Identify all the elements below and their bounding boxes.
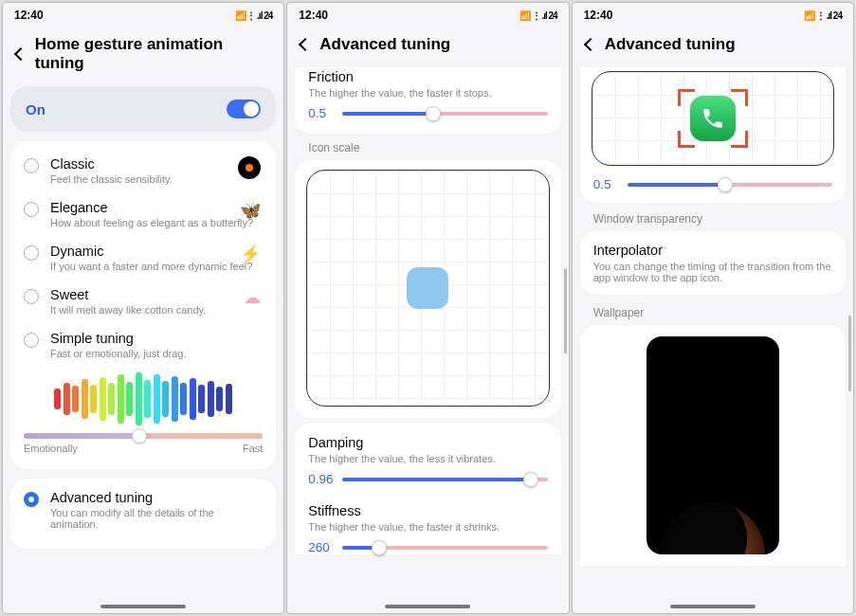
stiffness-label: Stiffness xyxy=(295,496,560,518)
option-desc: How about feeling as elegant as a butter… xyxy=(50,217,263,228)
slider-thumb[interactable] xyxy=(132,428,147,444)
window-preview xyxy=(592,71,834,166)
master-toggle-switch[interactable] xyxy=(227,100,261,118)
content-area: Friction The higher the value, the faste… xyxy=(287,67,568,613)
friction-label: Friction xyxy=(295,69,560,84)
friction-value: 0.5 xyxy=(308,106,335,120)
status-bar: 12:40 📶 ⋮ .ıl 24 xyxy=(287,3,568,26)
crop-corner-icon xyxy=(678,131,695,148)
preset-options-card: Classic Feel the classic sensibility. El… xyxy=(10,141,276,469)
slider-thumb[interactable] xyxy=(523,472,538,487)
radio-advanced[interactable] xyxy=(24,492,39,507)
back-icon[interactable] xyxy=(584,38,597,51)
screen-advanced-tuning-2: 12:40 📶 ⋮ .ıl 24 Advanced tuning 0.5 xyxy=(572,2,854,614)
option-classic[interactable]: Classic Feel the classic sensibility. xyxy=(10,145,276,189)
friction-desc: The higher the value, the faster it stop… xyxy=(295,87,560,106)
gesture-bar[interactable] xyxy=(100,605,186,608)
page-title: Home gesture animation tuning xyxy=(35,35,271,73)
slider-label-left: Emotionally xyxy=(24,443,78,454)
status-indicators: 📶 ⋮ .ıl 24 xyxy=(519,10,557,21)
status-time: 12:40 xyxy=(584,9,613,22)
damping-desc: The higher the value, the less it vibrat… xyxy=(295,453,560,472)
slider-thumb[interactable] xyxy=(426,106,441,121)
option-label: Elegance xyxy=(50,200,263,215)
equalizer-visual xyxy=(24,371,263,427)
option-label: Simple tuning xyxy=(50,331,263,346)
icon-scale-card xyxy=(295,160,560,418)
icon-scale-preview xyxy=(306,170,549,407)
crop-corner-icon xyxy=(678,89,695,106)
wallpaper-card xyxy=(580,325,846,566)
page-title: Advanced tuning xyxy=(319,35,450,54)
preview-app-icon xyxy=(407,267,448,309)
slider-label-right: Fast xyxy=(243,443,263,454)
option-desc: If you want a faster and more dynamic fe… xyxy=(50,261,263,272)
friction-slider[interactable] xyxy=(342,112,547,116)
slider-thumb[interactable] xyxy=(718,177,733,192)
butterfly-icon: 🦋 xyxy=(240,200,261,221)
title-bar: Advanced tuning xyxy=(573,26,853,67)
damping-slider[interactable] xyxy=(342,478,547,481)
content-area: On Classic Feel the classic sensibility.… xyxy=(3,86,283,613)
top-slider[interactable] xyxy=(628,183,832,187)
option-simple-tuning[interactable]: Simple tuning Fast or emotionally, just … xyxy=(10,319,276,363)
option-label: Classic xyxy=(50,156,263,172)
status-bar: 12:40 📶 ⋮ .ıl 24 xyxy=(3,3,283,26)
screen-advanced-tuning-1: 12:40 📶 ⋮ .ıl 24 Advanced tuning Frictio… xyxy=(286,2,569,614)
status-indicators: 📶 ⋮ .ıl 24 xyxy=(235,10,273,21)
page-title: Advanced tuning xyxy=(605,35,736,54)
damping-value: 0.96 xyxy=(308,472,335,486)
option-sweet[interactable]: Sweet It will melt away like cotton cand… xyxy=(10,276,276,319)
on-label: On xyxy=(26,101,46,118)
option-dynamic[interactable]: Dynamic If you want a faster and more dy… xyxy=(10,232,276,276)
crop-corner-icon xyxy=(731,131,748,148)
wallpaper-header: Wallpaper xyxy=(580,299,846,325)
status-time: 12:40 xyxy=(299,9,328,22)
damping-label: Damping xyxy=(295,435,560,450)
option-desc: Feel the classic sensibility. xyxy=(50,173,263,185)
gesture-bar[interactable] xyxy=(670,605,756,608)
preview-card-top: 0.5 xyxy=(580,67,846,203)
radio-classic[interactable] xyxy=(24,158,39,173)
master-toggle-card[interactable]: On xyxy=(10,86,276,132)
friction-section: Friction The higher the value, the faste… xyxy=(295,67,560,134)
radio-sweet[interactable] xyxy=(24,289,39,304)
damping-stiffness-section: Damping The higher the value, the less i… xyxy=(295,424,560,554)
slider-labels: Emotionally Fast xyxy=(10,443,276,460)
stiffness-desc: The higher the value, the faster it shri… xyxy=(295,521,560,540)
moon-graphic xyxy=(661,502,765,554)
slider-thumb[interactable] xyxy=(372,540,387,555)
interpolator-item[interactable]: Interpolator You can change the timing o… xyxy=(580,231,846,295)
status-time: 12:40 xyxy=(14,9,44,22)
screen-home-gesture-tuning: 12:40 📶 ⋮ .ıl 24 Home gesture animation … xyxy=(2,2,284,614)
wallpaper-preview xyxy=(647,336,779,554)
interpolator-title: Interpolator xyxy=(593,243,832,258)
crop-corner-icon xyxy=(731,89,748,106)
simple-tuning-slider[interactable] xyxy=(24,433,263,439)
scrollbar[interactable] xyxy=(848,316,851,391)
phone-app-icon xyxy=(690,96,736,141)
radio-simple[interactable] xyxy=(24,333,39,348)
back-icon[interactable] xyxy=(14,47,27,61)
title-bar: Home gesture animation tuning xyxy=(3,26,283,86)
option-label: Advanced tuning xyxy=(50,490,263,505)
radio-elegance[interactable] xyxy=(24,202,39,217)
option-desc: Fast or emotionally, just drag. xyxy=(50,348,263,359)
content-area: 0.5 Window transparency Interpolator You… xyxy=(573,67,853,613)
option-elegance[interactable]: Elegance How about feeling as elegant as… xyxy=(10,189,276,232)
title-bar: Advanced tuning xyxy=(287,26,568,67)
window-transparency-header: Window transparency xyxy=(580,205,846,231)
radio-dynamic[interactable] xyxy=(24,245,39,261)
stiffness-value: 260 xyxy=(308,540,335,554)
option-desc: You can modify all the details of the an… xyxy=(50,507,263,530)
record-icon xyxy=(238,156,261,179)
gesture-bar[interactable] xyxy=(385,605,470,608)
option-advanced-tuning[interactable]: Advanced tuning You can modify all the d… xyxy=(10,479,276,549)
stiffness-slider[interactable] xyxy=(342,546,547,550)
bolt-icon: ⚡ xyxy=(240,244,261,264)
status-bar: 12:40 📶 ⋮ .ıl 24 xyxy=(573,3,853,26)
back-icon[interactable] xyxy=(299,38,312,51)
cotton-candy-icon: ☁ xyxy=(244,287,261,308)
scrollbar[interactable] xyxy=(564,268,567,353)
interpolator-desc: You can change the timing of the transit… xyxy=(593,261,832,283)
